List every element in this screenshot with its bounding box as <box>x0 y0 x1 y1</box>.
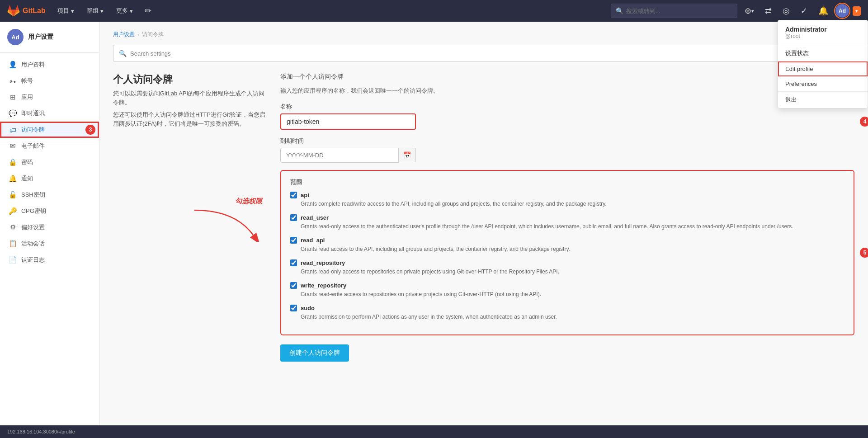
scope-read-repo-checkbox[interactable] <box>290 259 297 266</box>
sidebar-item-label: GPG密钥 <box>21 207 46 215</box>
nav-projects[interactable]: 项目 ▾ <box>53 4 79 18</box>
scope-sudo-checkbox[interactable] <box>290 305 297 311</box>
name-input-wrapper: 4 <box>280 113 854 130</box>
top-nav: GitLab 项目 ▾ 群组 ▾ 更多 ▾ ✏ 🔍 ⊕▾ ⇄ ◎ ✓ 🔔 Ad … <box>0 0 868 22</box>
sidebar-item-apps[interactable]: ⊞ 应用 <box>0 89 99 105</box>
dropdown-logout[interactable]: 退出 <box>778 92 868 108</box>
audit-icon: 📄 <box>9 256 17 264</box>
calendar-icon-btn[interactable]: 📅 <box>399 148 416 162</box>
ssh-icon: 🔓 <box>9 191 17 199</box>
main-content: 用户设置 › 访问令牌 🔍 个人访问令牌 您可以以需要访问GitLab API的… <box>99 22 868 438</box>
sidebar-item-label: 偏好设置 <box>21 223 45 231</box>
annotation-3: 3 <box>85 125 95 135</box>
sidebar-item-label: 通知 <box>21 174 33 183</box>
token-name-input[interactable] <box>280 113 416 130</box>
scope-write-repo-name: write_repository <box>301 282 346 289</box>
scope-api-checkbox[interactable] <box>290 192 297 198</box>
todo-btn[interactable]: ✓ <box>797 3 811 19</box>
create-token-btn[interactable]: 创建个人访问令牌 <box>280 344 349 362</box>
right-column: 添加一个个人访问令牌 输入您的应用程序的名称，我们会返回唯一一个的访问令牌。 名… <box>280 73 854 362</box>
sidebar: Ad 用户设置 👤 用户资料 🗝 帐号 ⊞ 应用 💬 即时通讯 <box>0 22 99 438</box>
scopes-wrapper: 勾选权限 范围 <box>280 170 854 335</box>
breadcrumb-parent[interactable]: 用户设置 <box>113 31 135 38</box>
sidebar-item-gpg[interactable]: 🔑 GPG密钥 <box>0 203 99 219</box>
scope-item-sudo: sudo Grants permission to perform API ac… <box>290 305 844 321</box>
sidebar-item-audit[interactable]: 📄 认证日志 <box>0 252 99 268</box>
notifications-btn[interactable]: 🔔 <box>815 3 832 19</box>
search-settings-bar: 🔍 <box>113 45 854 62</box>
account-icon: 🗝 <box>9 77 17 85</box>
logo[interactable]: GitLab <box>7 5 46 17</box>
scope-api-name: api <box>301 192 309 198</box>
gpg-icon: 🔑 <box>9 207 17 215</box>
scope-read-user-checkbox[interactable] <box>290 214 297 221</box>
scope-item-read-user: read_user Grants read-only access to the… <box>290 214 844 231</box>
nav-groups[interactable]: 群组 ▾ <box>82 4 108 18</box>
sidebar-item-label: 访问令牌 <box>21 126 45 134</box>
sidebar-item-notifications[interactable]: 🔔 通知 <box>0 170 99 187</box>
scopes-title: 范围 <box>290 178 844 186</box>
search-settings-icon: 🔍 <box>119 50 127 57</box>
password-icon: 🔒 <box>9 158 17 166</box>
expiry-label: 到期时间 <box>280 137 854 145</box>
edit-icon-btn[interactable]: ✏ <box>141 3 155 19</box>
sessions-icon: 📋 <box>9 240 17 248</box>
sidebar-item-preferences[interactable]: ⚙ 偏好设置 <box>0 219 99 235</box>
scope-api-row: api <box>290 192 844 198</box>
scope-read-api-row: read_api <box>290 237 844 244</box>
arrow-svg <box>190 206 262 242</box>
prefs-icon: ⚙ <box>9 223 17 231</box>
scope-read-user-desc: Grants read-only access to the authentic… <box>290 222 844 231</box>
scope-item-write-repo: write_repository Grants read-write acces… <box>290 282 844 298</box>
sidebar-item-label: SSH密钥 <box>21 191 45 199</box>
scope-read-api-name: read_api <box>301 237 325 244</box>
issues-btn[interactable]: ◎ <box>779 3 793 19</box>
add-btn[interactable]: ⊕▾ <box>741 3 758 19</box>
search-settings-input[interactable] <box>130 50 849 57</box>
dropdown-edit-profile[interactable]: Edit profile <box>778 61 868 76</box>
scope-item-read-api: read_api Grants read access to the API, … <box>290 237 844 253</box>
user-avatar-btn[interactable]: Ad <box>835 4 849 18</box>
page-desc1: 您可以以需要访问GitLab API的每个应用程序生成个人访问令牌。 <box>113 89 267 107</box>
name-form-group: 名称 4 <box>280 103 854 130</box>
name-label: 名称 <box>280 103 854 111</box>
scope-sudo-row: sudo <box>290 305 844 311</box>
annotation-4: 4 <box>860 117 868 127</box>
sidebar-item-ssh[interactable]: 🔓 SSH密钥 <box>0 187 99 203</box>
sidebar-item-sessions[interactable]: 📋 活动会话 <box>0 235 99 252</box>
dropdown-username: Administrator <box>785 26 860 33</box>
scope-read-user-name: read_user <box>301 214 329 221</box>
sidebar-item-account[interactable]: 🗝 帐号 <box>0 73 99 89</box>
scope-write-repo-checkbox[interactable] <box>290 282 297 289</box>
scope-sudo-name: sudo <box>301 305 315 311</box>
dropdown-header: Administrator @root <box>778 20 868 45</box>
dropdown-set-status[interactable]: 设置状态 <box>778 45 868 61</box>
logo-text: GitLab <box>23 7 46 15</box>
dropdown-arrow-btn[interactable]: ▾ <box>853 6 861 16</box>
bottom-link[interactable]: 192.168.16.104:30080/-/profile <box>7 429 75 434</box>
expiry-input[interactable] <box>280 148 399 163</box>
annotation-5: 5 <box>860 248 868 258</box>
content-columns: 个人访问令牌 您可以以需要访问GitLab API的每个应用程序生成个人访问令牌… <box>113 73 854 362</box>
sidebar-item-label: 认证日志 <box>21 256 45 264</box>
merge-requests-btn[interactable]: ⇄ <box>761 3 775 19</box>
nav-more[interactable]: 更多 ▾ <box>112 4 137 18</box>
sidebar-item-label: 密码 <box>21 158 33 166</box>
token-icon: 🏷 <box>9 126 17 134</box>
sidebar-item-email[interactable]: ✉ 电子邮件 <box>0 138 99 154</box>
sidebar-item-label: 即时通讯 <box>21 109 45 118</box>
sidebar-item-password[interactable]: 🔒 密码 <box>0 154 99 170</box>
form-header: 添加一个个人访问令牌 <box>280 73 854 81</box>
global-search: 🔍 <box>611 4 737 18</box>
sidebar-item-access-tokens[interactable]: 🏷 访问令牌 3 <box>0 122 99 138</box>
scope-read-api-checkbox[interactable] <box>290 237 297 244</box>
scope-item-api: api Grants complete read/write access to… <box>290 192 844 208</box>
sidebar-item-profile[interactable]: 👤 用户资料 <box>0 57 99 73</box>
search-input[interactable] <box>626 8 732 14</box>
page-desc2: 您还可以使用个人访问令牌通过HTTP进行Git验证，当您启用两步认证(2FA)时… <box>113 110 267 128</box>
sidebar-item-chat[interactable]: 💬 即时通讯 <box>0 105 99 122</box>
expiry-form-group: 到期时间 📅 <box>280 137 854 163</box>
dropdown-preferences[interactable]: Preferences <box>778 76 868 91</box>
scope-read-user-row: read_user <box>290 214 844 221</box>
scope-read-api-desc: Grants read access to the API, including… <box>290 245 844 253</box>
